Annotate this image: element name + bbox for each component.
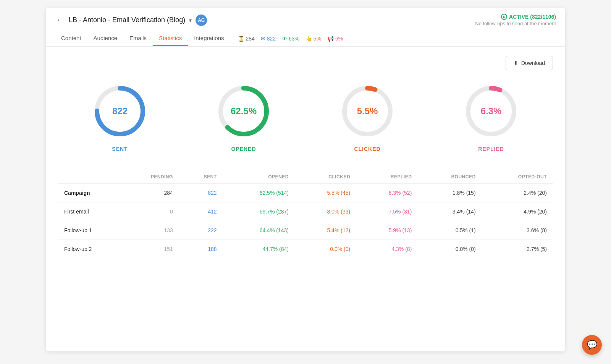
row-followup1-pending: 133 — [119, 221, 179, 240]
stat-sent: ✉ 822 — [261, 36, 276, 42]
row-followup1-name: Follow-up 1 — [58, 221, 119, 240]
col-pending: PENDING — [119, 170, 179, 184]
row-followup2-pending: 151 — [119, 240, 179, 259]
row-campaign-clicked: 5.5% (45) — [295, 184, 356, 202]
app-container: ← LB - Antonio - Email Verification (Blo… — [46, 8, 565, 351]
table-row: Follow-up 1 133 222 64.4% (143) 5.4% (12… — [58, 221, 553, 240]
chat-button[interactable]: 💬 — [582, 335, 602, 355]
col-bounced: BOUNCED — [418, 170, 482, 184]
chart-sent: 822 SENT — [91, 83, 149, 152]
nav-stats: ⏳ 284 ✉ 822 👁 63% 👆 5% 📢 6% — [238, 32, 343, 45]
header: ← LB - Antonio - Email Verification (Blo… — [46, 8, 565, 47]
row-followup2-name: Follow-up 2 — [58, 240, 119, 259]
row-followup2-sent: 188 — [179, 240, 223, 259]
row-campaign-optedout: 2.4% (20) — [482, 184, 553, 202]
chart-replied: 6.3% REPLIED — [462, 83, 520, 152]
row-campaign-bounced: 1.8% (15) — [418, 184, 482, 202]
row-firstemail-sent: 412 — [179, 202, 223, 221]
row-followup1-optedout: 3.6% (8) — [482, 221, 553, 240]
row-followup1-sent: 222 — [179, 221, 223, 240]
no-followup-text: No follow-ups to send at the moment — [475, 21, 556, 26]
stat-replied: 📢 6% — [327, 36, 343, 42]
row-followup2-optedout: 2.7% (5) — [482, 240, 553, 259]
table-header-row: PENDING SENT OPENED CLICKED REPLIED BOUN… — [58, 170, 553, 184]
tab-audience[interactable]: Audience — [87, 31, 124, 46]
row-firstemail-name: First email — [58, 202, 119, 221]
stat-clicked: 👆 5% — [306, 36, 321, 42]
tab-statistics[interactable]: Statistics — [153, 31, 188, 46]
row-followup1-replied: 5.9% (13) — [356, 221, 418, 240]
col-clicked: CLICKED — [295, 170, 356, 184]
main-content: ⬇ Download 822 SENT — [46, 47, 565, 267]
chart-sent-value: 822 — [112, 106, 128, 116]
chart-clicked: 5.5% CLICKED — [339, 83, 396, 152]
tab-integrations[interactable]: Integrations — [188, 31, 230, 46]
dropdown-arrow-icon[interactable]: ▾ — [189, 17, 192, 23]
col-name — [58, 170, 119, 184]
header-left: ← LB - Antonio - Email Verification (Blo… — [55, 15, 207, 26]
row-firstemail-pending: 0 — [119, 202, 179, 221]
play-icon: ▶ — [501, 14, 507, 20]
download-icon: ⬇ — [514, 60, 518, 66]
chart-clicked-label: CLICKED — [354, 146, 380, 152]
table-row: Campaign 284 822 62.5% (514) 5.5% (45) 6… — [58, 184, 553, 202]
status-active: ▶ ACTIVE (822/1106) — [475, 14, 556, 20]
row-followup2-bounced: 0.0% (0) — [418, 240, 482, 259]
row-firstemail-replied: 7.5% (31) — [356, 202, 418, 221]
tab-content[interactable]: Content — [55, 31, 87, 46]
chart-clicked-value: 5.5% — [357, 106, 378, 116]
row-campaign-sent: 822 — [179, 184, 223, 202]
stats-table: PENDING SENT OPENED CLICKED REPLIED BOUN… — [58, 170, 553, 258]
row-campaign-replied: 6.3% (52) — [356, 184, 418, 202]
row-followup1-opened: 64.4% (143) — [223, 221, 295, 240]
header-right: ▶ ACTIVE (822/1106) No follow-ups to sen… — [475, 14, 556, 26]
row-followup2-clicked: 0.0% (0) — [295, 240, 356, 259]
nav-tabs: Content Audience Emails Statistics Integ… — [55, 31, 556, 46]
donut-sent: 822 — [91, 83, 149, 140]
row-followup2-opened: 44.7% (84) — [223, 240, 295, 259]
row-campaign-opened: 62.5% (514) — [223, 184, 295, 202]
download-bar: ⬇ Download — [58, 56, 553, 70]
row-firstemail-opened: 69.7% (287) — [223, 202, 295, 221]
stat-opened: 👁 63% — [282, 36, 299, 42]
row-firstemail-clicked: 8.0% (33) — [295, 202, 356, 221]
col-sent: SENT — [179, 170, 223, 184]
table-body: Campaign 284 822 62.5% (514) 5.5% (45) 6… — [58, 184, 553, 259]
donut-opened: 62.5% — [215, 83, 272, 140]
chart-replied-label: REPLIED — [478, 146, 504, 152]
table-row: First email 0 412 69.7% (287) 8.0% (33) … — [58, 202, 553, 221]
table-header: PENDING SENT OPENED CLICKED REPLIED BOUN… — [58, 170, 553, 184]
row-followup1-clicked: 5.4% (12) — [295, 221, 356, 240]
table-row: Follow-up 2 151 188 44.7% (84) 0.0% (0) … — [58, 240, 553, 259]
chart-opened-label: OPENED — [231, 146, 256, 152]
col-opened: OPENED — [223, 170, 295, 184]
row-firstemail-optedout: 4.9% (20) — [482, 202, 553, 221]
download-button[interactable]: ⬇ Download — [506, 56, 553, 70]
donut-replied: 6.3% — [462, 83, 520, 140]
col-replied: REPLIED — [356, 170, 418, 184]
row-campaign-name: Campaign — [58, 184, 119, 202]
stat-pending: ⏳ 284 — [238, 36, 255, 42]
campaign-title: LB - Antonio - Email Verification (Blog) — [69, 16, 185, 24]
col-opted-out: OPTED-OUT — [482, 170, 553, 184]
tab-emails[interactable]: Emails — [123, 31, 153, 46]
charts-row: 822 SENT 62.5% OPENED — [58, 83, 553, 152]
avatar: AG — [196, 15, 207, 26]
row-followup2-replied: 4.3% (8) — [356, 240, 418, 259]
chart-opened: 62.5% OPENED — [215, 83, 272, 152]
chart-sent-label: SENT — [112, 146, 128, 152]
chart-opened-value: 62.5% — [231, 106, 257, 116]
chat-icon: 💬 — [587, 340, 597, 350]
row-followup1-bounced: 0.5% (1) — [418, 221, 482, 240]
donut-clicked: 5.5% — [339, 83, 396, 140]
header-top: ← LB - Antonio - Email Verification (Blo… — [55, 14, 556, 26]
row-campaign-pending: 284 — [119, 184, 179, 202]
row-firstemail-bounced: 3.4% (14) — [418, 202, 482, 221]
back-button[interactable]: ← — [55, 15, 65, 26]
chart-replied-value: 6.3% — [481, 106, 502, 116]
download-label: Download — [521, 60, 545, 66]
